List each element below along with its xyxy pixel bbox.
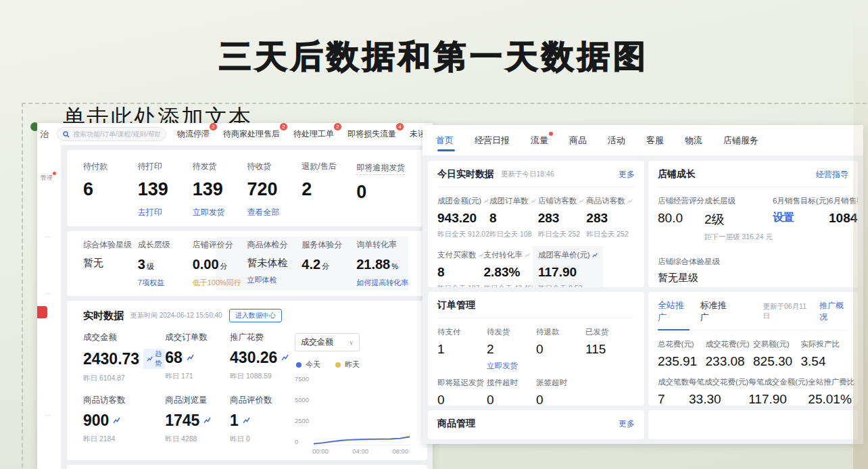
metric-pageviews: 商品浏览量 1745 昨日 4288 [165,395,230,455]
metric-group-orders: 成团订单数 8 昨日全天 108 [489,196,538,239]
search-input[interactable]: 搜索功能/订单/课程/规则/帮助/服务 [57,127,166,141]
legend-yesterday[interactable]: 昨天 [335,360,360,370]
benefits-link[interactable]: 7项权益 [138,278,193,288]
left-sidebar: 管理 ︿ ︿ ︿ [37,145,62,469]
stat-pending-receive: 待收货 720 查看全部 [247,161,302,218]
badge-count: 2 [280,123,287,130]
tab-products[interactable]: 商品 [569,125,587,155]
metric-awaiting-payment: 待支付 1 [437,327,487,371]
stat-product-check: 商品体检分 暂未体检 立即体检 [247,239,302,288]
tab-sitewide-promo[interactable]: 全站推广 [658,299,690,324]
metric-awaiting-refund: 待退款 0 [536,327,585,371]
trend-icon [479,253,484,258]
metric-promo-fee-ratio: 全站推广费比 25.01% [808,377,854,405]
check-now-link[interactable]: 立即体检 [247,275,302,285]
trend-icon[interactable] [243,417,250,424]
brand-partial-text: 治 [40,128,49,141]
trend-icon[interactable] [187,354,194,362]
trend-icon [531,199,536,204]
promo-overview-link[interactable]: 推广概况 [819,300,848,323]
trend-badge[interactable]: 趋势 [143,349,165,369]
order-management-card: 订单管理 待支付 1 待发货 2 立即发货 待退款 0 已发货 1 [428,292,644,405]
legend-today[interactable]: 今天 [296,360,320,370]
stat-inquiry-conversion: 询单转化率 21.88% 如何提高转化率 [356,239,411,288]
data-center-button[interactable]: 进入数据中心 [229,309,282,322]
search-placeholder: 搜索功能/订单/课程/规则/帮助/服务 [73,130,160,139]
ship-now-link[interactable]: 立即发货 [487,361,536,371]
promo-618-card: 618大促 [67,465,427,469]
nav-pending-tickets[interactable]: 待处理工单 2 [293,128,334,140]
metric-shop-visitors: 店铺访客数 283 昨日全天 252 [538,196,587,239]
chart-x-axis: 00:00 04:00 08:00 [312,445,412,455]
stat-shop-rating: 店铺评价分 0.00分 低于100%同行 [193,239,247,288]
badge-count: 2 [334,123,341,130]
experience-star-block: 店铺综合体验星级 暂无星级 [658,257,848,285]
shop-growth-card: 店铺成长 经营指导 店铺经营评分 80.0 成长层级 2级 距下一层级 316.… [648,161,858,287]
go-print-link[interactable]: 去打印 [138,207,193,218]
metric-select-dropdown[interactable]: 成交金额 ∨ [295,333,360,351]
left-top-nav: 物流停滞 2 待商家处理售后 2 待处理工单 2 即将损失流量 4 未读站内信 … [177,128,433,140]
metric-delayed-shipment: 即将延迟发货 0 [437,378,487,405]
metric-spend-per-deal: 每笔成交花费(元) 33.30 [689,377,748,405]
trend-icon [147,356,153,362]
metric-reviews: 商品评价数 1 昨日 0 [230,395,295,455]
realtime-data-card: 实时数据 更新时间 2024-06-12 15:50:40 进入数据中心 成交金… [67,301,427,460]
tab-traffic[interactable]: 流量 [531,125,548,155]
trend-icon[interactable] [281,354,289,362]
metric-roi: 实际投产比 3.54 [801,339,849,369]
metric-shop-score: 店铺经营评分 80.0 [658,196,704,242]
badge-count: 4 [396,123,404,130]
more-link[interactable]: 更多 [619,418,635,430]
tab-home[interactable]: 首页 [436,125,454,155]
nav-pending-aftersale[interactable]: 待商家处理售后 2 [223,128,280,140]
tab-daily-report[interactable]: 经营日报 [475,125,510,155]
improve-conversion-link[interactable]: 如何提高转化率 [356,278,411,288]
tab-customer-service[interactable]: 客服 [646,125,664,155]
trend-chart-svg [312,375,412,445]
notification-dot [549,132,553,136]
metric-paying-buyers: 支付买家数 8 昨日全天 107 [437,250,484,287]
ship-now-link[interactable]: 立即发货 [193,207,247,218]
realtime-updated: 更新时间 2024-06-12 15:50:40 [130,311,222,320]
tab-activities[interactable]: 活动 [608,125,625,155]
stat-pending-print: 待打印 139 去打印 [138,161,193,218]
page-title: 三天后数据和第一天数据图 [0,35,868,78]
metric-deal-spend: 成交花费(元) 233.08 [706,339,754,369]
stat-experience-star: 综合体验星级 暂无 [83,239,138,288]
stat-growth-level: 成长层级 3级 7项权益 [138,239,193,288]
tab-standard-promo[interactable]: 标准推广 [700,299,732,324]
more-link[interactable]: 更多 [619,169,635,180]
set-target-link[interactable]: 设置 [773,211,829,225]
trend-icon[interactable] [203,417,211,424]
empty-card-partial [648,410,858,439]
stat-service-score: 服务体验分 4.2分 [302,239,356,288]
left-dashboard-window: 治 搜索功能/订单/课程/规则/帮助/服务 物流停滞 2 待商家处理售后 2 待… [37,123,433,469]
metric-gmv: 成交金额 2430.73 趋势 昨日 6104.87 [83,332,165,392]
metric-avg-order-value: 成团客单价(元) 117.90 昨日全天 8.52 [533,246,603,287]
trend-icon [592,253,598,258]
chevron-up-icon[interactable]: ︿ [45,232,51,241]
todo-stats-card: 待付款 6 待打印 139 去打印 待发货 139 立即发货 待收货 720 查… [67,150,427,226]
chevron-up-icon[interactable]: ︿ [45,289,51,297]
trend-icon[interactable] [113,417,120,424]
nav-logistics-stalled[interactable]: 物流停滞 2 [177,128,210,140]
trend-chart-panel: 成交金额 ∨ 今天 昨天 [295,332,415,455]
tab-shop-services[interactable]: 店铺服务 [723,125,758,155]
line-chart [312,375,412,445]
nav-traffic-loss[interactable]: 即将损失流量 4 [347,128,396,140]
view-all-link[interactable]: 查看全部 [247,207,302,218]
promo-618-badge[interactable] [37,306,47,318]
below-peers-link[interactable]: 低于100%同行 [193,278,247,288]
today-realtime-card: 今日实时数据 更新于今日18:46 更多 成团金额(元) 943.20 昨日全天… [428,161,644,287]
chart-y-axis: 7500 5000 2500 0 [295,375,309,445]
business-guide-link[interactable]: 经营指导 [816,169,848,180]
realtime-title: 实时数据 [83,310,124,322]
metric-product-visitors: 商品访客数 283 昨日全天 252 [586,196,635,239]
metric-growth-level: 成长层级 2级 距下一层级 316.24 元 [704,196,773,242]
metric-orders: 成交订单数 68 昨日 171 [165,332,230,392]
metric-pickup-timeout: 揽件超时 0 [487,378,536,405]
sidebar-item-management[interactable]: 管理 [41,174,53,182]
chevron-up-icon[interactable]: ︿ [45,410,51,419]
tab-logistics[interactable]: 物流 [685,125,702,155]
right-top-nav: 首页 经营日报 流量 商品 活动 客服 物流 店铺服务 [423,125,863,156]
